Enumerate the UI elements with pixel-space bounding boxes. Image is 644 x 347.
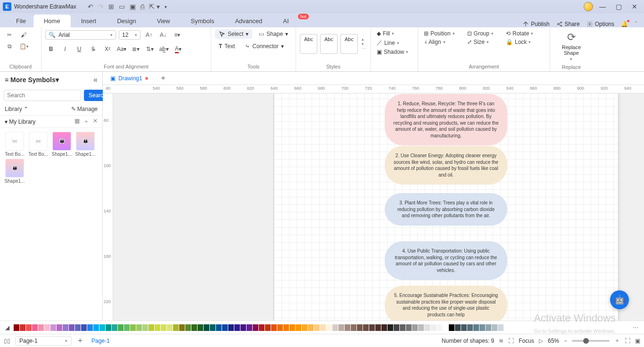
increase-font-icon[interactable]: A↑ bbox=[143, 29, 155, 41]
strike-icon[interactable]: S̶ bbox=[88, 43, 99, 55]
position-button[interactable]: ⊞ Position▾ bbox=[422, 29, 457, 38]
color-swatch[interactable] bbox=[473, 324, 479, 331]
color-swatch[interactable] bbox=[381, 324, 387, 331]
help-chat-button[interactable]: 🤖 bbox=[610, 290, 629, 309]
superscript-icon[interactable]: X² bbox=[102, 43, 113, 55]
color-swatch[interactable] bbox=[63, 324, 68, 331]
color-swatch[interactable] bbox=[173, 324, 179, 331]
focus-label[interactable]: Focus bbox=[519, 338, 534, 344]
page-select[interactable]: Page-1▾ bbox=[15, 336, 72, 346]
options-button[interactable]: Options bbox=[586, 21, 614, 27]
print-icon[interactable]: ⎙ bbox=[140, 3, 144, 10]
color-swatch[interactable] bbox=[461, 324, 467, 331]
cut-icon[interactable]: ✂ bbox=[4, 29, 15, 41]
page-layout-icon[interactable]: ▯▯ bbox=[4, 338, 10, 344]
color-swatch[interactable] bbox=[198, 324, 203, 331]
select-tool[interactable]: Select▾ bbox=[215, 29, 252, 39]
format-painter-icon[interactable]: 🖌 bbox=[18, 29, 29, 41]
color-swatch[interactable] bbox=[375, 324, 381, 331]
text-tool[interactable]: T Text bbox=[215, 42, 239, 51]
color-swatch[interactable] bbox=[161, 324, 166, 331]
font-family-select[interactable]: 🔍 Arial▾ bbox=[45, 30, 116, 40]
color-swatch[interactable] bbox=[406, 324, 412, 331]
color-swatch[interactable] bbox=[253, 324, 258, 331]
color-swatch[interactable] bbox=[38, 324, 44, 331]
maximize-button[interactable]: ▢ bbox=[612, 3, 625, 10]
new-icon[interactable]: ⊞ bbox=[108, 3, 114, 10]
color-swatch[interactable] bbox=[234, 324, 240, 331]
color-swatch[interactable] bbox=[394, 324, 399, 331]
color-swatch[interactable] bbox=[167, 324, 173, 331]
open-icon[interactable]: ▭ bbox=[119, 3, 125, 10]
color-swatch[interactable] bbox=[69, 324, 74, 331]
lock-button[interactable]: 🔒 Lock▾ bbox=[504, 38, 535, 46]
color-swatch[interactable] bbox=[57, 324, 62, 331]
color-swatch[interactable] bbox=[479, 324, 485, 331]
tab-ai[interactable]: AIhot bbox=[272, 15, 299, 27]
color-swatch[interactable] bbox=[179, 324, 185, 331]
styles-more-icon[interactable]: ⋯ bbox=[362, 46, 366, 51]
shape-bubble-5[interactable]: 5. Encourage Sustainable Practices: Enco… bbox=[385, 286, 507, 321]
align-button[interactable]: ⫞ Align▾ bbox=[422, 38, 457, 46]
line-button[interactable]: ／ Line▾ bbox=[375, 38, 414, 48]
color-swatch[interactable] bbox=[20, 324, 25, 331]
color-swatch[interactable] bbox=[302, 324, 307, 331]
present-icon[interactable]: ▷ bbox=[539, 338, 543, 344]
tab-insert[interactable]: Insert bbox=[71, 15, 107, 27]
bold-icon[interactable]: B bbox=[45, 43, 57, 55]
tab-advanced[interactable]: Advanced bbox=[224, 15, 272, 27]
color-swatch[interactable] bbox=[118, 324, 124, 331]
color-swatch[interactable] bbox=[430, 324, 436, 331]
manage-link[interactable]: ✎ Manage bbox=[71, 106, 98, 112]
horizontal-ruler[interactable]: 4054056058060062064066068070072074076078… bbox=[103, 85, 644, 93]
color-swatch[interactable] bbox=[265, 324, 271, 331]
color-swatch[interactable] bbox=[149, 324, 154, 331]
color-swatch[interactable] bbox=[112, 324, 117, 331]
color-swatch[interactable] bbox=[93, 324, 99, 331]
zoom-value[interactable]: 65% bbox=[548, 338, 559, 344]
zoom-in-icon[interactable]: ＋ bbox=[614, 337, 620, 345]
qat-more-icon[interactable]: ▾ bbox=[165, 4, 167, 9]
color-swatch[interactable] bbox=[449, 324, 454, 331]
fill-button[interactable]: ◆ Fill▾ bbox=[375, 29, 414, 38]
color-swatch[interactable] bbox=[106, 324, 111, 331]
color-swatch[interactable] bbox=[498, 324, 504, 331]
color-swatch[interactable] bbox=[222, 324, 228, 331]
share-button[interactable]: Share bbox=[556, 21, 580, 27]
case-icon[interactable]: Aa▾ bbox=[116, 43, 127, 55]
italic-icon[interactable]: I bbox=[59, 43, 71, 55]
color-swatch[interactable] bbox=[44, 324, 50, 331]
color-swatch[interactable] bbox=[418, 324, 424, 331]
group-button[interactable]: ⊡ Group▾ bbox=[465, 29, 495, 38]
tab-design[interactable]: Design bbox=[107, 15, 146, 27]
color-swatch[interactable] bbox=[87, 324, 93, 331]
replace-shape-button[interactable]: ⟳ Replace Shape ▾ bbox=[554, 29, 589, 63]
decrease-font-icon[interactable]: A↓ bbox=[157, 29, 169, 41]
style-preset-2[interactable]: Abc bbox=[320, 34, 338, 54]
notifications-icon[interactable]: 🔔 bbox=[621, 21, 628, 27]
color-swatch[interactable] bbox=[369, 324, 375, 331]
font-size-select[interactable]: 12▾ bbox=[119, 30, 140, 40]
color-swatch[interactable] bbox=[124, 324, 130, 331]
styles-down-icon[interactable]: ▾ bbox=[362, 42, 366, 46]
library-link[interactable]: Library ⌃ bbox=[5, 106, 28, 112]
color-swatch[interactable] bbox=[185, 324, 191, 331]
shape-bubble-2[interactable]: 2. Use Cleaner Energy: Adopting cleaner … bbox=[385, 146, 507, 185]
redo-icon[interactable]: ↷ bbox=[98, 3, 104, 10]
size-button[interactable]: ⤢ Size▾ bbox=[465, 38, 495, 46]
add-page-button[interactable]: ＋ bbox=[76, 336, 84, 346]
collapse-ribbon-icon[interactable]: ˄ bbox=[635, 21, 637, 27]
focus-icon[interactable]: ⛶ bbox=[508, 338, 514, 344]
color-swatch[interactable] bbox=[455, 324, 461, 331]
color-swatch[interactable] bbox=[32, 324, 38, 331]
shape-item[interactable]: txtText Bo... bbox=[4, 132, 25, 157]
color-swatch[interactable] bbox=[81, 324, 87, 331]
fontcolor-icon[interactable]: A▾ bbox=[173, 43, 184, 55]
tab-file[interactable]: File bbox=[8, 15, 33, 27]
linespacing-icon[interactable]: ⇅▾ bbox=[144, 43, 156, 55]
color-swatch[interactable] bbox=[486, 324, 491, 331]
user-avatar[interactable] bbox=[584, 2, 593, 11]
color-swatch[interactable] bbox=[142, 324, 148, 331]
color-swatch[interactable] bbox=[240, 324, 246, 331]
sidebar-collapse-icon[interactable]: « bbox=[93, 76, 98, 84]
